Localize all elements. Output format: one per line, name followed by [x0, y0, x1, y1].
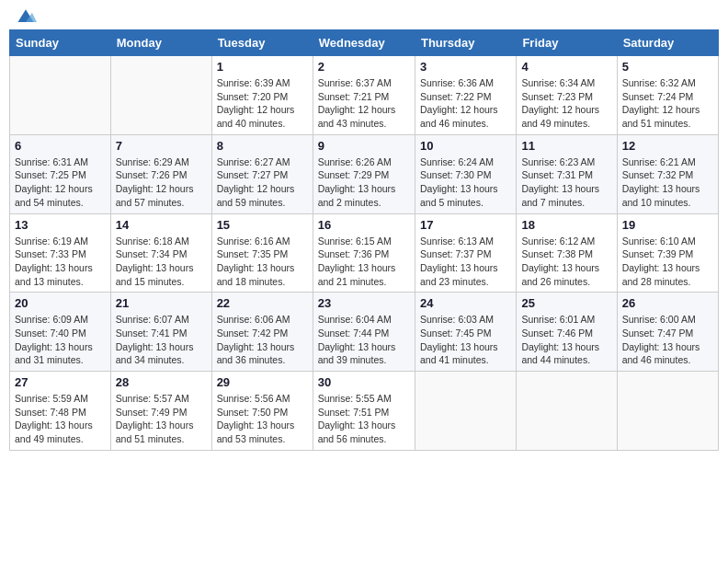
day-header-saturday: Saturday [617, 30, 718, 56]
day-info: Sunrise: 6:26 AM Sunset: 7:29 PM Dayligh… [318, 155, 410, 210]
day-number: 15 [217, 218, 308, 232]
day-number: 11 [521, 139, 611, 153]
day-info: Sunrise: 6:29 AM Sunset: 7:26 PM Dayligh… [116, 155, 207, 210]
day-header-sunday: Sunday [10, 30, 111, 56]
day-info: Sunrise: 5:55 AM Sunset: 7:51 PM Dayligh… [318, 392, 410, 446]
day-number: 5 [622, 60, 713, 74]
calendar-cell: 15Sunrise: 6:16 AM Sunset: 7:35 PM Dayli… [211, 213, 313, 293]
day-number: 28 [116, 375, 207, 389]
day-header-wednesday: Wednesday [313, 30, 415, 56]
page-header [9, 9, 719, 22]
calendar-cell: 19Sunrise: 6:10 AM Sunset: 7:39 PM Dayli… [617, 213, 718, 293]
calendar-cell: 28Sunrise: 5:57 AM Sunset: 7:49 PM Dayli… [110, 372, 211, 451]
day-number: 29 [217, 375, 308, 389]
day-info: Sunrise: 6:01 AM Sunset: 7:46 PM Dayligh… [521, 313, 611, 367]
day-number: 6 [15, 139, 106, 153]
calendar-cell: 9Sunrise: 6:26 AM Sunset: 7:29 PM Daylig… [313, 134, 415, 213]
day-header-friday: Friday [517, 30, 617, 56]
calendar-cell: 12Sunrise: 6:21 AM Sunset: 7:32 PM Dayli… [617, 134, 718, 213]
calendar-cell: 11Sunrise: 6:23 AM Sunset: 7:31 PM Dayli… [517, 134, 617, 213]
calendar-cell: 14Sunrise: 6:18 AM Sunset: 7:34 PM Dayli… [110, 213, 211, 293]
day-header-tuesday: Tuesday [211, 30, 313, 56]
day-number: 27 [15, 375, 106, 389]
calendar-cell [415, 372, 516, 451]
day-info: Sunrise: 5:56 AM Sunset: 7:50 PM Dayligh… [217, 392, 308, 446]
day-info: Sunrise: 5:59 AM Sunset: 7:48 PM Dayligh… [15, 392, 106, 446]
day-header-monday: Monday [110, 30, 211, 56]
day-header-thursday: Thursday [415, 30, 516, 56]
day-info: Sunrise: 6:06 AM Sunset: 7:42 PM Dayligh… [217, 313, 308, 367]
day-number: 7 [116, 139, 207, 153]
day-number: 23 [318, 296, 410, 310]
calendar-cell: 23Sunrise: 6:04 AM Sunset: 7:44 PM Dayli… [313, 293, 415, 372]
day-number: 16 [318, 218, 410, 232]
calendar-cell: 2Sunrise: 6:37 AM Sunset: 7:21 PM Daylig… [313, 56, 415, 135]
day-number: 30 [318, 375, 410, 389]
calendar-cell: 3Sunrise: 6:36 AM Sunset: 7:22 PM Daylig… [415, 56, 516, 135]
calendar-cell [110, 56, 211, 135]
calendar-cell: 4Sunrise: 6:34 AM Sunset: 7:23 PM Daylig… [517, 56, 617, 135]
day-info: Sunrise: 6:39 AM Sunset: 7:20 PM Dayligh… [217, 76, 308, 131]
day-number: 24 [420, 296, 511, 310]
day-number: 25 [521, 296, 611, 310]
day-info: Sunrise: 6:04 AM Sunset: 7:44 PM Dayligh… [318, 313, 410, 367]
day-info: Sunrise: 6:15 AM Sunset: 7:36 PM Dayligh… [318, 235, 410, 289]
day-info: Sunrise: 6:03 AM Sunset: 7:45 PM Dayligh… [420, 313, 511, 367]
calendar-cell: 27Sunrise: 5:59 AM Sunset: 7:48 PM Dayli… [10, 372, 111, 451]
calendar-cell: 8Sunrise: 6:27 AM Sunset: 7:27 PM Daylig… [211, 134, 313, 213]
day-info: Sunrise: 6:09 AM Sunset: 7:40 PM Dayligh… [15, 313, 106, 367]
day-info: Sunrise: 6:21 AM Sunset: 7:32 PM Dayligh… [622, 155, 713, 210]
calendar-cell: 16Sunrise: 6:15 AM Sunset: 7:36 PM Dayli… [313, 213, 415, 293]
day-number: 18 [521, 218, 611, 232]
calendar-cell: 6Sunrise: 6:31 AM Sunset: 7:25 PM Daylig… [10, 134, 111, 213]
day-number: 26 [622, 296, 713, 310]
calendar-cell: 7Sunrise: 6:29 AM Sunset: 7:26 PM Daylig… [110, 134, 211, 213]
calendar-cell [517, 372, 617, 451]
day-info: Sunrise: 6:18 AM Sunset: 7:34 PM Dayligh… [116, 235, 207, 289]
calendar-cell [10, 56, 111, 135]
day-number: 21 [116, 296, 207, 310]
day-number: 9 [318, 139, 410, 153]
day-info: Sunrise: 6:31 AM Sunset: 7:25 PM Dayligh… [15, 155, 106, 210]
calendar-cell: 10Sunrise: 6:24 AM Sunset: 7:30 PM Dayli… [415, 134, 516, 213]
day-number: 22 [217, 296, 308, 310]
day-number: 10 [420, 139, 511, 153]
day-info: Sunrise: 6:13 AM Sunset: 7:37 PM Dayligh… [420, 235, 511, 289]
day-number: 14 [116, 218, 207, 232]
day-info: Sunrise: 6:16 AM Sunset: 7:35 PM Dayligh… [217, 235, 308, 289]
day-number: 13 [15, 218, 106, 232]
calendar-cell: 20Sunrise: 6:09 AM Sunset: 7:40 PM Dayli… [10, 293, 111, 372]
day-number: 17 [420, 218, 511, 232]
day-info: Sunrise: 6:23 AM Sunset: 7:31 PM Dayligh… [521, 155, 611, 210]
day-info: Sunrise: 6:07 AM Sunset: 7:41 PM Dayligh… [116, 313, 207, 367]
day-info: Sunrise: 6:34 AM Sunset: 7:23 PM Dayligh… [521, 76, 611, 131]
calendar-cell [617, 372, 718, 451]
day-info: Sunrise: 6:27 AM Sunset: 7:27 PM Dayligh… [217, 155, 308, 210]
calendar-cell: 5Sunrise: 6:32 AM Sunset: 7:24 PM Daylig… [617, 56, 718, 135]
calendar-table: SundayMondayTuesdayWednesdayThursdayFrid… [9, 29, 719, 451]
day-info: Sunrise: 6:36 AM Sunset: 7:22 PM Dayligh… [420, 76, 511, 131]
day-info: Sunrise: 6:24 AM Sunset: 7:30 PM Dayligh… [420, 155, 511, 210]
calendar-cell: 29Sunrise: 5:56 AM Sunset: 7:50 PM Dayli… [211, 372, 313, 451]
calendar-cell: 26Sunrise: 6:00 AM Sunset: 7:47 PM Dayli… [617, 293, 718, 372]
day-number: 1 [217, 60, 308, 74]
day-number: 12 [622, 139, 713, 153]
day-number: 4 [521, 60, 611, 74]
logo [13, 9, 37, 22]
day-number: 8 [217, 139, 308, 153]
calendar-cell: 17Sunrise: 6:13 AM Sunset: 7:37 PM Dayli… [415, 213, 516, 293]
day-number: 20 [15, 296, 106, 310]
day-number: 2 [318, 60, 410, 74]
day-info: Sunrise: 6:00 AM Sunset: 7:47 PM Dayligh… [622, 313, 713, 367]
day-info: Sunrise: 6:10 AM Sunset: 7:39 PM Dayligh… [622, 235, 713, 289]
day-info: Sunrise: 6:12 AM Sunset: 7:38 PM Dayligh… [521, 235, 611, 289]
calendar-cell: 18Sunrise: 6:12 AM Sunset: 7:38 PM Dayli… [517, 213, 617, 293]
calendar-cell: 1Sunrise: 6:39 AM Sunset: 7:20 PM Daylig… [211, 56, 313, 135]
day-number: 3 [420, 60, 511, 74]
calendar-cell: 22Sunrise: 6:06 AM Sunset: 7:42 PM Dayli… [211, 293, 313, 372]
day-info: Sunrise: 5:57 AM Sunset: 7:49 PM Dayligh… [116, 392, 207, 446]
day-info: Sunrise: 6:37 AM Sunset: 7:21 PM Dayligh… [318, 76, 410, 131]
day-number: 19 [622, 218, 713, 232]
day-info: Sunrise: 6:19 AM Sunset: 7:33 PM Dayligh… [15, 235, 106, 289]
calendar-cell: 25Sunrise: 6:01 AM Sunset: 7:46 PM Dayli… [517, 293, 617, 372]
